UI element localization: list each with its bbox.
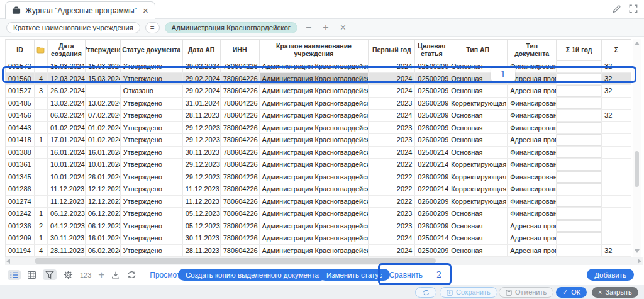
horizontal-scrollbar[interactable]: [5, 257, 643, 265]
table-row[interactable]: 001527326.02.2024Отказано29.02.202478060…: [6, 85, 631, 98]
cell-created: 10.01.2024: [48, 159, 86, 171]
column-header-sum_next[interactable]: Σ: [602, 40, 631, 60]
cell-doc_type: Адресная программа: [508, 245, 557, 257]
table-row[interactable]: 001560412.03.202415.03.2024Утверждено29.…: [6, 73, 631, 86]
table-row[interactable]: 00157215.03.202415.03.2024Утверждено29.0…: [6, 60, 631, 73]
scroll-up-arrow-icon[interactable]: [635, 42, 640, 45]
compare-link[interactable]: Сравнить: [389, 271, 423, 279]
cell-approved: [86, 85, 121, 97]
cell-sum_next: 32: [602, 245, 631, 257]
column-header-ap_date[interactable]: Дата АП: [183, 40, 221, 60]
cell-ap_type: Основная: [448, 60, 508, 72]
cell-first_year: 2023: [369, 98, 415, 110]
filter-operator-chip[interactable]: =: [145, 22, 160, 33]
table-row[interactable]: 00148513.02.202413.02.2024Утверждено31.0…: [6, 98, 631, 110]
filter-remove-icon[interactable]: −: [303, 23, 314, 33]
cell-first_year: 2024: [369, 73, 415, 85]
horizontal-scrollbar-thumb[interactable]: [35, 258, 436, 264]
cell-folder: [35, 159, 48, 171]
column-header-approved[interactable]: Утверждено: [86, 40, 121, 60]
refresh-form-button[interactable]: [415, 287, 436, 298]
settings-gear-icon[interactable]: [64, 270, 73, 279]
column-header-created[interactable]: Дата создания: [48, 40, 86, 60]
cell-ap_type: Корректирующая: [448, 159, 508, 171]
table-row[interactable]: 001209130.11.202316.01.2024Утверждено30.…: [6, 232, 631, 245]
close-button[interactable]: × Закрыть: [592, 287, 638, 298]
cell-approved: 15.03.2024: [86, 73, 121, 85]
cell-folder: 1: [35, 208, 48, 220]
refresh-icon[interactable]: [127, 271, 136, 279]
cell-doc_type: Адресная программа: [508, 134, 557, 146]
table-row[interactable]: 00134510.01.202426.01.2024Утверждено29.1…: [6, 171, 631, 184]
table-row[interactable]: 00138816.01.202416.01.2024Утверждено30.1…: [6, 147, 631, 159]
cell-inn: 780604226: [221, 122, 260, 134]
table-row[interactable]: 00127411.12.202312.12.2023Утверждено11.1…: [6, 196, 631, 208]
filter-funnel-icon[interactable]: [43, 269, 57, 280]
filter-add-icon[interactable]: +: [319, 23, 331, 33]
column-header-id[interactable]: ID: [6, 40, 35, 60]
journal-table: IDДата созданияУтвержденоСтатус документ…: [5, 39, 631, 257]
table-row[interactable]: 001194428.11.202306.02.2024Утверждено28.…: [6, 245, 631, 257]
cell-target_article: 0250021450: [415, 232, 448, 244]
copy-document-button[interactable]: Создать копию выделенного документа: [178, 269, 326, 281]
scroll-left-arrow-icon[interactable]: [6, 259, 10, 264]
cancel-button[interactable]: Отменить: [499, 287, 553, 298]
cell-inn: 780604226: [221, 196, 260, 208]
column-header-doc_type[interactable]: Тип документа: [508, 40, 557, 60]
cell-name: Администрация Красногвардейского: [260, 98, 369, 110]
cell-approved: 15.03.2024: [86, 60, 121, 72]
cell-inn: 780604226: [221, 208, 260, 220]
filter-value-chip[interactable]: Администрация Красногвардейског: [165, 22, 297, 33]
tab-journal[interactable]: Журнал "Адресные программы" ×: [5, 1, 155, 19]
table-row[interactable]: 00144301.02.202401.02.2024Утверждено29.1…: [6, 122, 631, 135]
add-column-icon[interactable]: +: [98, 269, 104, 280]
scroll-right-arrow-icon[interactable]: [638, 259, 641, 264]
column-header-status[interactable]: Статус документа: [121, 40, 183, 60]
cell-sum_year1: [557, 171, 602, 183]
vertical-scrollbar-thumb[interactable]: [635, 151, 639, 187]
column-header-inn[interactable]: ИНН: [221, 40, 260, 60]
list-view-icon[interactable]: [8, 270, 21, 280]
cell-inn: 780604226: [221, 183, 260, 195]
cell-id: 001209: [6, 232, 35, 244]
cell-approved: 06.12.2023: [86, 220, 121, 232]
cell-first_year: 2023: [369, 134, 415, 146]
table-row[interactable]: 001242106.12.202306.12.2023Утверждено05.…: [6, 208, 631, 220]
cell-status: Утверждено: [121, 98, 183, 110]
fullscreen-icon[interactable]: [629, 4, 638, 14]
download-icon[interactable]: [111, 271, 120, 279]
cell-inn: 780604226: [221, 245, 260, 257]
cell-id: 001361: [6, 159, 35, 171]
add-button[interactable]: Добавить: [587, 269, 634, 281]
scroll-down-arrow-icon[interactable]: [635, 249, 640, 253]
cell-id: 001345: [6, 171, 35, 183]
table-row[interactable]: 00128611.12.202312.12.2023Утверждено11.1…: [6, 183, 631, 196]
cell-doc_type: Финансирование: [508, 98, 557, 110]
compare-control[interactable]: Сравнить 2: [379, 265, 452, 285]
cell-created: 15.03.2024: [48, 60, 86, 72]
cell-approved: 06.02.2024: [86, 245, 121, 257]
filter-clear-icon[interactable]: ×: [337, 23, 349, 33]
cell-target_article: 0250020940: [415, 73, 448, 85]
column-header-ap_type[interactable]: Тип АП: [448, 40, 508, 60]
tab-close-icon[interactable]: ×: [143, 6, 148, 15]
column-header-first_year[interactable]: Первый год: [369, 40, 415, 60]
table-row[interactable]: 00145606.02.202407.02.2024Утверждено28.1…: [6, 110, 631, 122]
column-header-sum_year1[interactable]: Σ 1й год: [557, 40, 602, 60]
table-row[interactable]: 001418117.01.202401.02.2024Утверждено29.…: [6, 134, 631, 147]
filter-field-chip[interactable]: Краткое наименование учреждения: [6, 22, 140, 33]
numbers-toggle[interactable]: 123: [80, 271, 91, 279]
column-header-name[interactable]: Краткое наименование учреждения: [260, 40, 369, 60]
cell-sum_year1: [557, 110, 602, 121]
vertical-scrollbar[interactable]: [633, 39, 641, 257]
column-header-target_article[interactable]: Целевая статья: [415, 40, 448, 60]
cell-target_article: 0250020940: [415, 60, 448, 72]
folder-icon[interactable]: [35, 40, 48, 60]
table-row[interactable]: 00136110.01.202410.01.2024Утверждено29.1…: [6, 159, 631, 171]
save-button[interactable]: Сохранить: [440, 287, 497, 298]
cell-status: Утверждено: [121, 147, 183, 159]
edit-pencil-icon[interactable]: [612, 4, 621, 14]
ok-button[interactable]: ✓ ОК: [556, 287, 587, 298]
grid-view-icon[interactable]: [28, 271, 36, 279]
table-row[interactable]: 001236204.12.202306.12.2023Утверждено05.…: [6, 220, 631, 233]
